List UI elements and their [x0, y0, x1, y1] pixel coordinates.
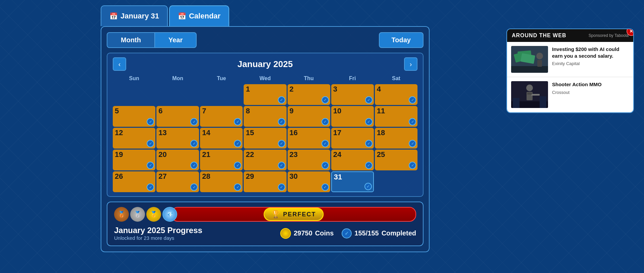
sponsored-text: Sponsored by Taboola — [589, 33, 629, 38]
cal-cell-15[interactable]: 15 — [244, 128, 286, 149]
badge-25 — [409, 162, 416, 169]
badge-20 — [190, 162, 198, 169]
coins-display: 29750 Coins — [280, 228, 334, 239]
bronze-medal: 🥉 — [114, 207, 129, 222]
tab-calendar[interactable]: 📅 Calendar — [169, 5, 229, 26]
badge-11 — [409, 118, 416, 125]
badge-21 — [234, 162, 241, 169]
badge-29 — [278, 183, 285, 191]
day-header-sat: Sat — [375, 74, 417, 83]
completed-display: ✓ 155/155 Completed — [342, 228, 416, 238]
cal-cell-25[interactable]: 25 — [375, 150, 417, 170]
cal-cell-29[interactable]: 29 — [244, 171, 286, 192]
cal-cell-3[interactable]: 3 — [331, 84, 374, 105]
completed-label: Completed — [382, 229, 416, 237]
ad-image-1 — [511, 46, 548, 73]
badge-6 — [190, 118, 198, 125]
cal-cell-30[interactable]: 30 — [288, 171, 330, 192]
cal-cell-28[interactable]: 28 — [200, 171, 243, 192]
cal-cell-10[interactable]: 10 — [331, 106, 374, 127]
cal-cell-20[interactable]: 20 — [156, 150, 199, 170]
day-header-tue: Tue — [200, 74, 243, 83]
svg-rect-13 — [513, 98, 519, 108]
cal-cell-6[interactable]: 6 — [156, 106, 199, 127]
cal-cell-14[interactable]: 14 — [200, 128, 243, 149]
ad-image-2 — [511, 81, 548, 108]
cal-cell-26[interactable]: 26 — [113, 171, 155, 192]
diamond-medal: 💎 — [162, 207, 177, 222]
badge-9 — [321, 118, 329, 125]
cal-cell-16[interactable]: 16 — [288, 128, 330, 149]
month-button[interactable]: Month — [107, 32, 155, 48]
view-toggle: Month Year Today — [107, 32, 424, 48]
cal-cell-19[interactable]: 19 — [113, 150, 155, 170]
svg-rect-11 — [527, 93, 532, 95]
ad-content-2: Shooter Action MMO Crossout — [552, 81, 629, 108]
prev-month-button[interactable]: ‹ — [113, 57, 126, 71]
badge-7 — [234, 118, 241, 125]
cal-cell-2[interactable]: 2 — [288, 84, 330, 105]
cal-cell-17[interactable]: 17 — [331, 128, 374, 149]
cal-cell-27[interactable]: 27 — [156, 171, 199, 192]
calendar-container: ‹ January 2025 › Sun Mon Tue Wed Thu Fri… — [107, 53, 424, 197]
badge-8 — [278, 118, 285, 125]
tab-jan31-label: January 31 — [120, 12, 159, 20]
badge-4 — [409, 96, 416, 104]
cal-cell-22[interactable]: 22 — [244, 150, 286, 170]
badge-2 — [321, 96, 329, 104]
ad-source-1: Exinity Capital — [552, 61, 629, 66]
cal-cell-5[interactable]: 5 — [113, 106, 155, 127]
badge-26 — [147, 183, 154, 191]
main-card: Month Year Today ‹ January 2025 › Sun Mo… — [101, 26, 430, 252]
main-container: 📅 January 31 📅 Calendar Month Year Today… — [97, 0, 433, 273]
cal-cell-12[interactable]: 12 — [113, 128, 155, 149]
cal-cell-31[interactable]: 31 — [331, 171, 374, 192]
cal-cell-18[interactable]: 18 — [375, 128, 417, 149]
badge-10 — [365, 118, 373, 125]
ads-title: AROUND THE WEB — [512, 33, 566, 39]
cal-cell-11[interactable]: 11 — [375, 106, 417, 127]
cal-cell-1[interactable]: 1 — [244, 84, 286, 105]
svg-rect-6 — [537, 60, 542, 67]
cal-cell-8[interactable]: 8 — [244, 106, 286, 127]
badge-17 — [365, 140, 373, 147]
ads-header: AROUND THE WEB Sponsored by Taboola — [507, 29, 633, 42]
progress-left: January 2025 Progress Unlocked for 23 mo… — [114, 226, 202, 241]
cal-cell-7[interactable]: 7 — [200, 106, 243, 127]
perfect-badge: 🏆 PERFECT — [263, 208, 324, 221]
progress-title: January 2025 Progress — [114, 226, 202, 235]
cal-cell-23[interactable]: 23 — [288, 150, 330, 170]
progress-subtitle: Unlocked for 23 more days — [114, 235, 202, 241]
year-button[interactable]: Year — [154, 32, 197, 48]
cal-cell-empty3 — [200, 84, 243, 105]
day-header-mon: Mon — [156, 74, 199, 83]
calendar-icon-cal: 📅 — [178, 12, 186, 20]
cal-cell-24[interactable]: 24 — [331, 150, 374, 170]
next-month-button[interactable]: › — [404, 57, 417, 71]
day-headers: Sun Mon Tue Wed Thu Fri Sat — [113, 74, 417, 83]
cal-cell-4[interactable]: 4 — [375, 84, 417, 105]
ad-card-2[interactable]: Shooter Action MMO Crossout — [507, 77, 633, 112]
badge-22 — [278, 162, 285, 169]
coin-icon — [280, 228, 291, 239]
right-panel: AROUND THE WEB Sponsored by Taboola ✕ In… — [506, 29, 634, 113]
cal-cell-13[interactable]: 13 — [156, 128, 199, 149]
ad-card-1[interactable]: Investing $200 with AI could earn you a … — [507, 42, 633, 77]
completed-value: 155/155 — [354, 229, 379, 237]
ad-title-2: Shooter Action MMO — [552, 81, 629, 88]
badge-14 — [234, 140, 241, 147]
silver-medal: 🥈 — [130, 207, 145, 222]
cal-cell-9[interactable]: 9 — [288, 106, 330, 127]
ad-title-1: Investing $200 with AI could earn you a … — [552, 46, 629, 59]
tab-jan31[interactable]: 📅 January 31 — [101, 5, 168, 26]
today-button[interactable]: Today — [379, 32, 424, 48]
progress-info: January 2025 Progress Unlocked for 23 mo… — [114, 226, 416, 241]
cal-cell-empty-end — [375, 171, 417, 192]
calendar-header: ‹ January 2025 › — [113, 57, 417, 71]
cal-cell-empty2 — [156, 84, 199, 105]
progress-medals: 🥉 🥈 🥇 💎 — [114, 207, 177, 222]
calendar-icon-jan31: 📅 — [109, 12, 118, 20]
cal-cell-21[interactable]: 21 — [200, 150, 243, 170]
coins-label: Coins — [315, 229, 334, 237]
badge-23 — [321, 162, 329, 169]
